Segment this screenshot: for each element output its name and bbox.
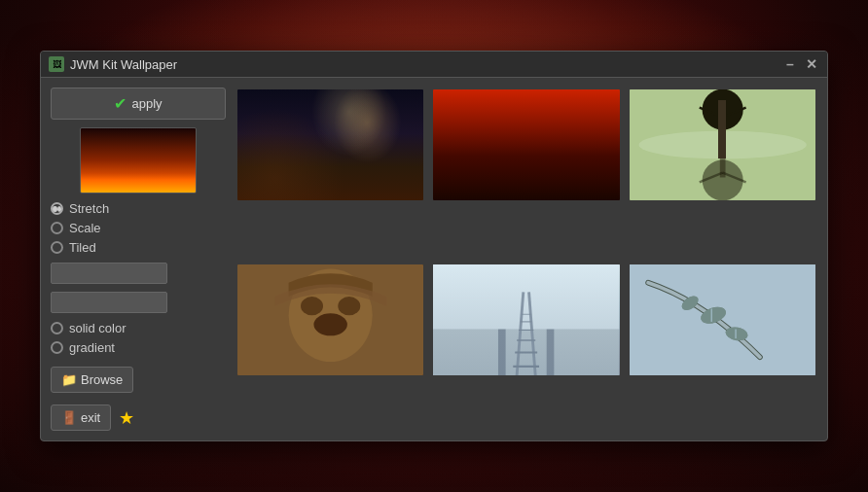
svg-line-19 bbox=[517, 292, 524, 375]
star-button[interactable]: ★ bbox=[119, 407, 134, 429]
preview-thumbnail bbox=[80, 127, 197, 193]
radio-tiled-circle bbox=[51, 241, 63, 254]
content-area: ✔ apply Stretch Scale T bbox=[41, 78, 827, 440]
svg-rect-28 bbox=[547, 329, 555, 374]
radio-tiled-label: Tiled bbox=[69, 240, 96, 255]
svg-rect-2 bbox=[719, 113, 725, 145]
exit-button[interactable]: 🚪 exit bbox=[51, 404, 111, 431]
exit-buttons: 🚪 exit ★ bbox=[51, 404, 226, 431]
radio-gradient[interactable]: gradient bbox=[51, 340, 226, 355]
image-grid bbox=[235, 88, 817, 431]
apply-button[interactable]: ✔ apply bbox=[51, 88, 226, 120]
svg-rect-18 bbox=[433, 329, 619, 374]
radio-stretch[interactable]: Stretch bbox=[51, 201, 226, 216]
image-sunset-red[interactable] bbox=[431, 88, 621, 202]
image-mayan[interactable] bbox=[235, 263, 425, 377]
image-frozen-visual bbox=[630, 264, 815, 375]
apply-label: apply bbox=[131, 96, 162, 111]
mode-radio-group: Stretch Scale Tiled bbox=[51, 201, 226, 255]
browse-icon: 📁 bbox=[61, 372, 77, 387]
titlebar: 🖼 JWM Kit Wallpaper – ✕ bbox=[41, 52, 827, 78]
bottom-buttons: 📁 Browse bbox=[51, 367, 226, 393]
image-railway[interactable] bbox=[431, 263, 621, 377]
image-sunset-visual bbox=[433, 89, 619, 200]
image-tree-visual bbox=[630, 89, 815, 200]
radio-solid[interactable]: solid color bbox=[51, 321, 226, 335]
svg-rect-27 bbox=[498, 329, 506, 374]
svg-line-20 bbox=[529, 292, 536, 375]
radio-scale[interactable]: Scale bbox=[51, 221, 226, 235]
radio-tiled[interactable]: Tiled bbox=[51, 240, 226, 255]
exit-icon: 🚪 bbox=[61, 410, 77, 425]
svg-point-1 bbox=[638, 131, 806, 159]
radio-solid-label: solid color bbox=[69, 321, 127, 335]
window-icon: 🖼 bbox=[49, 56, 64, 72]
svg-point-14 bbox=[338, 297, 360, 315]
left-panel: ✔ apply Stretch Scale T bbox=[51, 88, 226, 431]
minimize-button[interactable]: – bbox=[782, 56, 798, 72]
radio-stretch-circle bbox=[51, 202, 63, 215]
exit-label: exit bbox=[81, 410, 100, 425]
radio-gradient-circle bbox=[51, 341, 63, 354]
image-milkyway[interactable] bbox=[235, 88, 425, 202]
radio-gradient-label: gradient bbox=[69, 340, 115, 355]
svg-rect-30 bbox=[630, 264, 815, 375]
radio-solid-circle bbox=[51, 322, 63, 334]
image-frozen-plant[interactable] bbox=[628, 263, 817, 377]
window-title: JWM Kit Wallpaper bbox=[70, 57, 177, 72]
image-mayan-visual bbox=[237, 264, 423, 375]
browse-label: Browse bbox=[81, 372, 123, 387]
window-controls: – ✕ bbox=[782, 56, 819, 72]
radio-scale-circle bbox=[51, 222, 63, 234]
svg-point-15 bbox=[313, 313, 346, 335]
radio-scale-label: Scale bbox=[69, 221, 101, 235]
image-railway-visual bbox=[433, 264, 619, 375]
color-type-radio-group: solid color gradient bbox=[51, 321, 226, 355]
svg-point-7 bbox=[702, 159, 742, 200]
color-input-1[interactable] bbox=[51, 263, 167, 284]
browse-button[interactable]: 📁 Browse bbox=[51, 367, 133, 393]
check-icon: ✔ bbox=[114, 94, 127, 113]
image-milkyway-visual bbox=[237, 89, 423, 200]
svg-point-13 bbox=[301, 297, 323, 315]
radio-stretch-label: Stretch bbox=[69, 201, 109, 216]
main-window: 🖼 JWM Kit Wallpaper – ✕ ✔ apply bbox=[40, 51, 828, 441]
svg-rect-16 bbox=[433, 264, 619, 375]
close-button[interactable]: ✕ bbox=[804, 56, 819, 72]
image-tree-reflection[interactable] bbox=[628, 88, 817, 202]
color-input-2[interactable] bbox=[51, 292, 167, 313]
titlebar-left: 🖼 JWM Kit Wallpaper bbox=[49, 56, 177, 72]
svg-rect-17 bbox=[433, 264, 619, 330]
svg-point-3 bbox=[702, 89, 742, 130]
